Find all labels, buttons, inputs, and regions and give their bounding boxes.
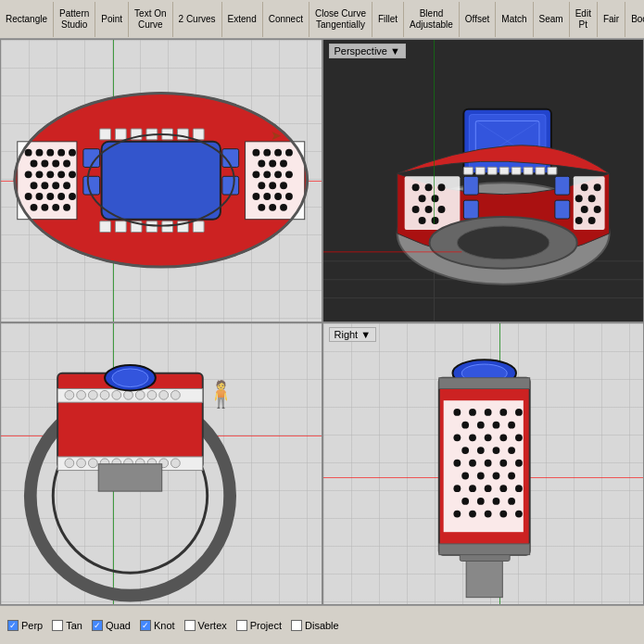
svg-rect-3 <box>83 176 100 195</box>
svg-point-138 <box>77 458 86 467</box>
checkbox-perp[interactable]: ✓ <box>7 620 19 631</box>
svg-point-7 <box>25 149 32 157</box>
toolbar-item-fair[interactable]: Fair <box>598 2 625 37</box>
svg-point-184 <box>492 497 499 504</box>
toolbar-item-match[interactable]: Match <box>496 2 533 37</box>
svg-point-32 <box>52 204 59 211</box>
toolbar-item-connect[interactable]: Connect <box>263 2 309 37</box>
statusbar-item-knot[interactable]: ✓Knot <box>140 620 175 631</box>
svg-point-113 <box>593 206 600 213</box>
toolbar-item-seam[interactable]: Seam <box>534 2 570 37</box>
checkbox-project[interactable] <box>236 620 247 631</box>
svg-rect-69 <box>193 221 204 233</box>
checkbox-tan[interactable] <box>52 620 63 631</box>
perspective-label[interactable]: Perspective ▼ <box>329 44 406 58</box>
svg-rect-100 <box>499 167 509 174</box>
svg-point-39 <box>258 160 265 168</box>
statusbar-item-quad[interactable]: ✓Quad <box>92 620 131 631</box>
svg-rect-91 <box>463 200 478 219</box>
svg-point-15 <box>63 160 70 168</box>
toolbar-item-edit-pt[interactable]: EditPt <box>570 2 598 37</box>
svg-point-30 <box>31 204 38 211</box>
statusbar-item-vertex[interactable]: Vertex <box>184 620 227 631</box>
checkbox-quad[interactable]: ✓ <box>92 620 103 631</box>
statusbar-item-tan[interactable]: Tan <box>52 620 82 631</box>
svg-rect-102 <box>524 167 533 174</box>
svg-point-158 <box>508 421 515 428</box>
svg-point-42 <box>252 170 259 178</box>
svg-point-172 <box>515 459 523 466</box>
svg-rect-62 <box>193 129 204 140</box>
svg-point-20 <box>69 170 76 178</box>
svg-point-161 <box>484 434 491 441</box>
svg-point-18 <box>46 170 54 178</box>
statusbar-item-project[interactable]: Project <box>236 620 282 631</box>
svg-point-135 <box>112 368 148 386</box>
checkbox-disable[interactable] <box>291 620 302 631</box>
pane-top[interactable]: ➤ <box>0 39 322 322</box>
svg-point-183 <box>476 497 484 504</box>
svg-rect-56 <box>100 129 111 140</box>
toolbar-item-rectangle[interactable]: Rectangle <box>0 2 54 37</box>
svg-point-86 <box>424 206 432 213</box>
svg-point-23 <box>52 182 59 189</box>
svg-rect-104 <box>547 167 556 174</box>
svg-point-129 <box>124 390 133 399</box>
svg-point-55 <box>280 204 287 211</box>
svg-rect-5 <box>222 176 239 195</box>
statusbar-label-tan: Tan <box>66 620 82 631</box>
svg-point-81 <box>424 183 432 191</box>
svg-point-14 <box>52 160 59 168</box>
svg-point-51 <box>274 193 282 200</box>
svg-rect-67 <box>162 221 173 233</box>
toolbar-item-2-curves[interactable]: 2 Curves <box>173 2 222 37</box>
svg-point-33 <box>63 204 70 211</box>
svg-point-54 <box>269 204 276 211</box>
svg-point-26 <box>36 193 44 200</box>
svg-point-27 <box>46 193 54 200</box>
right-label[interactable]: Right ▼ <box>329 327 377 342</box>
svg-point-43 <box>263 170 271 178</box>
statusbar-item-disable[interactable]: Disable <box>291 620 339 631</box>
toolbar-item-boo[interactable]: Boo <box>625 2 644 37</box>
pane-front[interactable]: 🧍 <box>0 322 322 606</box>
svg-point-185 <box>508 497 515 504</box>
toolbar-item-extend[interactable]: Extend <box>222 2 263 37</box>
svg-point-24 <box>63 182 70 189</box>
svg-rect-103 <box>535 167 544 174</box>
svg-point-31 <box>41 204 48 211</box>
svg-rect-61 <box>178 129 189 140</box>
svg-point-89 <box>431 217 438 224</box>
right-view-ring <box>323 323 644 605</box>
toolbar-item-close-curve-tangentially[interactable]: Close CurveTangentially <box>309 2 373 37</box>
svg-point-173 <box>461 472 469 479</box>
pane-perspective[interactable]: Perspective ▼ <box>322 39 645 322</box>
pane-right[interactable]: Right ▼ <box>322 322 645 606</box>
svg-point-36 <box>263 149 271 157</box>
toolbar-item-point[interactable]: Point <box>95 2 129 37</box>
statusbar-label-vertex: Vertex <box>198 620 227 631</box>
svg-rect-194 <box>466 561 502 597</box>
svg-text:➤: ➤ <box>271 128 282 143</box>
toolbar-item-blend-adjustable[interactable]: BlendAdjustable <box>404 2 460 37</box>
checkbox-vertex[interactable] <box>184 620 196 631</box>
statusbar-label-project: Project <box>250 620 282 631</box>
svg-point-132 <box>159 390 169 399</box>
checkbox-knot[interactable]: ✓ <box>140 620 151 631</box>
svg-point-88 <box>418 217 425 224</box>
svg-point-80 <box>411 183 419 191</box>
toolbar-item-pattern-studio[interactable]: PatternStudio <box>54 2 95 37</box>
toolbar-item-fillet[interactable]: Fillet <box>373 2 404 37</box>
svg-rect-105 <box>554 176 569 195</box>
svg-point-178 <box>469 485 476 492</box>
svg-point-16 <box>25 170 32 178</box>
toolbar-item-text-on-curve[interactable]: Text OnCurve <box>129 2 172 37</box>
svg-point-131 <box>147 390 157 399</box>
svg-point-128 <box>112 390 121 399</box>
toolbar-item-offset[interactable]: Offset <box>460 2 497 37</box>
statusbar-item-perp[interactable]: ✓Perp <box>7 620 43 631</box>
svg-point-186 <box>453 510 461 517</box>
svg-point-47 <box>269 182 276 189</box>
svg-point-12 <box>31 160 38 168</box>
svg-point-170 <box>484 459 491 466</box>
